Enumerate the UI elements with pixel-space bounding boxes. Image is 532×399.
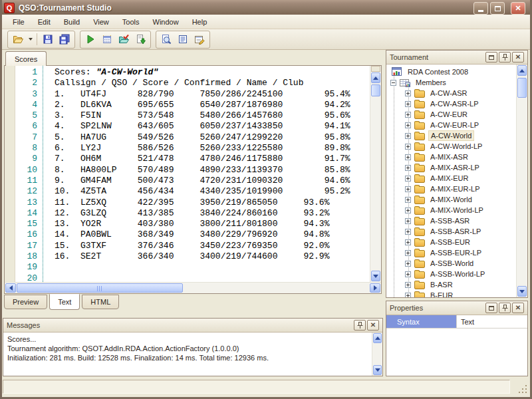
tree-item[interactable]: A-SSB-World	[386, 258, 515, 269]
tree-scrollbar[interactable]	[516, 65, 527, 297]
tab-html[interactable]: HTML	[82, 295, 119, 309]
tree-item[interactable]: A-MIX-EUR	[386, 173, 515, 184]
tree-item[interactable]: A-SSB-ASR-LP	[386, 226, 515, 237]
tree-item[interactable]: A-SSB-ASR	[386, 215, 515, 226]
expand-icon[interactable]	[405, 144, 411, 150]
save-all-button[interactable]	[57, 32, 72, 47]
expand-icon[interactable]	[405, 197, 411, 203]
tree-item[interactable]: A-SSB-EUR	[386, 237, 515, 247]
messages-scrollbar[interactable]	[372, 332, 382, 376]
tree-item[interactable]: A-CW-EUR-LP	[386, 120, 515, 130]
tree-item-selected[interactable]: A-CW-World	[386, 130, 515, 141]
expand-icon[interactable]	[405, 101, 411, 107]
properties-button[interactable]	[192, 32, 207, 47]
report-button[interactable]	[175, 32, 191, 47]
expand-icon[interactable]	[405, 261, 411, 267]
tree-item[interactable]: A-MIX-World	[386, 194, 515, 205]
pin-button[interactable]	[354, 320, 366, 331]
maximize-button[interactable]	[490, 2, 505, 15]
tree-item[interactable]: A-MIX-EUR-LP	[386, 184, 515, 194]
expand-icon[interactable]	[405, 186, 411, 192]
expand-icon[interactable]	[405, 229, 411, 235]
tree-item[interactable]: A-CW-World-LP	[386, 141, 515, 152]
tree-item-root[interactable]: RDA Contest 2008	[386, 66, 515, 77]
scroll-down-button[interactable]	[373, 365, 382, 375]
expand-icon[interactable]	[405, 133, 411, 139]
expand-icon[interactable]	[405, 250, 411, 256]
tree-item-members[interactable]: Members	[386, 77, 515, 88]
scroll-down-button[interactable]	[371, 271, 380, 281]
resize-grip[interactable]	[519, 385, 527, 394]
scroll-left-button[interactable]	[5, 283, 16, 293]
tree-item[interactable]: A-MIX-World-LP	[386, 205, 515, 215]
tree-item[interactable]: A-SSB-EUR-LP	[386, 247, 515, 258]
horizontal-scroll-thumb[interactable]	[17, 283, 183, 293]
editor-split-handle[interactable]	[371, 66, 380, 72]
collapse-icon[interactable]	[390, 80, 396, 86]
arrow-down-icon	[375, 368, 380, 372]
pin-button[interactable]	[499, 52, 511, 63]
tree-item[interactable]: A-SSB-World-LP	[386, 269, 515, 279]
expand-icon[interactable]	[405, 218, 411, 224]
folder-check-icon	[118, 34, 129, 45]
close-panel-button[interactable]: ✕	[512, 303, 524, 313]
property-name-cell[interactable]: Syntax	[386, 315, 456, 328]
scroll-down-button[interactable]	[517, 286, 527, 297]
preview-button[interactable]	[158, 32, 174, 47]
tree-item[interactable]: A-CW-EUR	[386, 109, 515, 120]
scroll-right-button[interactable]	[370, 283, 380, 293]
vertical-scroll-thumb[interactable]	[371, 84, 380, 96]
expand-icon[interactable]	[405, 293, 411, 298]
expand-icon[interactable]	[405, 176, 411, 182]
menu-window[interactable]: Window	[146, 16, 186, 28]
tab-preview[interactable]: Preview	[4, 295, 47, 309]
vertical-scroll-thumb[interactable]	[517, 78, 527, 98]
close-panel-button[interactable]: ✕	[512, 52, 524, 63]
editor-text-area[interactable]: Scores: "A-CW-World" Callsign / QSO / Sc…	[43, 66, 370, 282]
scroll-up-button[interactable]	[371, 72, 380, 83]
menu-help[interactable]: Help	[186, 16, 214, 28]
expand-icon[interactable]	[405, 165, 411, 171]
export-button[interactable]	[132, 32, 148, 47]
expand-icon[interactable]	[405, 112, 411, 118]
expand-icon[interactable]	[405, 90, 411, 96]
tree-item-label: A-CW-World	[428, 130, 474, 141]
menu-edit[interactable]: Edit	[31, 16, 57, 28]
maximize-panel-button[interactable]	[485, 303, 497, 313]
tree-item[interactable]: A-CW-ASR-LP	[386, 98, 515, 109]
expand-icon[interactable]	[405, 271, 411, 277]
tree-item[interactable]: B-ASR	[386, 279, 515, 290]
scroll-up-button[interactable]	[517, 65, 527, 76]
minimize-button[interactable]	[473, 2, 488, 15]
tab-scores[interactable]: Scores	[5, 51, 47, 66]
close-panel-button[interactable]: ✕	[367, 320, 379, 331]
property-value-cell[interactable]: Text	[456, 315, 527, 328]
build-run-button[interactable]	[82, 32, 98, 47]
expand-icon[interactable]	[405, 282, 411, 288]
editor-horizontal-scrollbar[interactable]	[5, 282, 381, 293]
menu-build[interactable]: Build	[57, 16, 86, 28]
expand-icon[interactable]	[405, 239, 411, 245]
maximize-panel-button[interactable]	[485, 52, 497, 63]
save-button[interactable]	[40, 32, 56, 47]
open-button[interactable]	[10, 32, 26, 47]
expand-icon[interactable]	[405, 154, 411, 160]
verify-button[interactable]	[116, 32, 132, 47]
scroll-up-button[interactable]	[373, 333, 382, 343]
tree-item[interactable]: A-MIX-ASR	[386, 152, 515, 162]
tree-item[interactable]: B-EUR	[386, 290, 515, 297]
open-dropdown-button[interactable]	[27, 32, 34, 47]
tree-item[interactable]: A-MIX-ASR-LP	[386, 162, 515, 173]
schedule-button[interactable]	[99, 32, 115, 47]
expand-icon[interactable]	[405, 122, 411, 128]
menu-file[interactable]: File	[6, 16, 31, 28]
close-button[interactable]: ✕	[511, 2, 525, 15]
app-logo-icon[interactable]: Q	[4, 3, 15, 13]
pin-button[interactable]	[499, 303, 511, 313]
expand-icon[interactable]	[405, 207, 411, 213]
tree-item[interactable]: A-CW-ASR	[386, 88, 515, 98]
menu-tools[interactable]: Tools	[116, 16, 146, 28]
tab-text[interactable]: Text	[49, 294, 80, 310]
editor-vertical-scrollbar[interactable]	[370, 66, 381, 282]
menu-view[interactable]: View	[86, 16, 116, 28]
